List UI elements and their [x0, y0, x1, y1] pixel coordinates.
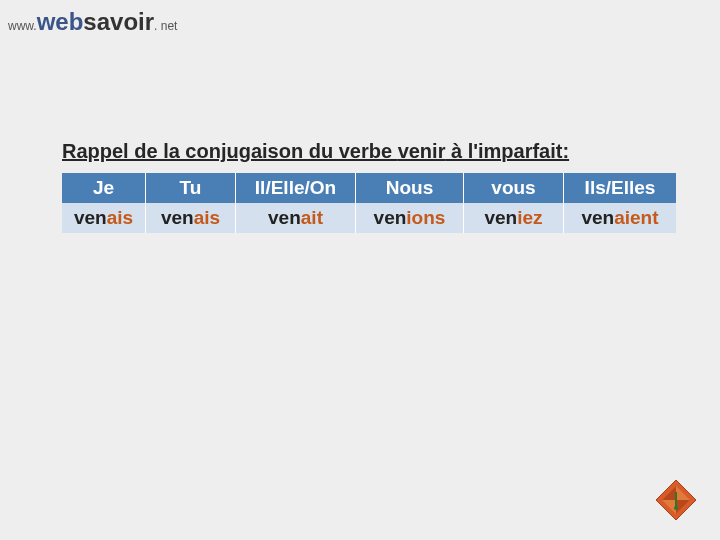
- stem: ven: [268, 207, 301, 229]
- site-savoir: savoir: [83, 8, 154, 35]
- table-col: vous veniez: [464, 173, 564, 233]
- title-prefix: Rappel de la conjugaison du verbe: [62, 140, 398, 162]
- site-net: . net: [154, 19, 177, 33]
- ending: ais: [107, 207, 133, 229]
- ending: ions: [406, 207, 445, 229]
- form-cell: venions: [356, 203, 464, 233]
- stem: ven: [74, 207, 107, 229]
- table-col: Il/Elle/On venait: [236, 173, 356, 233]
- table-col: Ils/Elles venaient: [564, 173, 676, 233]
- pronoun-cell: Tu: [146, 173, 236, 203]
- stem: ven: [374, 207, 407, 229]
- table-col: Nous venions: [356, 173, 464, 233]
- ending: aient: [614, 207, 658, 229]
- site-www: www.: [8, 19, 37, 33]
- page-title: Rappel de la conjugaison du verbe venir …: [62, 140, 569, 163]
- form-cell: venait: [236, 203, 356, 233]
- ending: ait: [301, 207, 323, 229]
- title-verb: venir: [398, 140, 446, 162]
- diamond-icon: [654, 478, 698, 522]
- conjugation-table: Je venais Tu venais Il/Elle/On venait No…: [62, 173, 676, 233]
- pronoun-cell: Nous: [356, 173, 464, 203]
- table-col: Tu venais: [146, 173, 236, 233]
- pronoun-cell: Ils/Elles: [564, 173, 676, 203]
- ending: iez: [517, 207, 542, 229]
- ending: ais: [194, 207, 220, 229]
- pronoun-cell: vous: [464, 173, 564, 203]
- pronoun-cell: Je: [62, 173, 146, 203]
- svg-point-5: [674, 506, 678, 510]
- site-header: www.websavoir. net: [8, 8, 177, 36]
- form-cell: venaient: [564, 203, 676, 233]
- stem: ven: [484, 207, 517, 229]
- title-suffix: à l'imparfait:: [445, 140, 569, 162]
- form-cell: veniez: [464, 203, 564, 233]
- form-cell: venais: [62, 203, 146, 233]
- pronoun-cell: Il/Elle/On: [236, 173, 356, 203]
- form-cell: venais: [146, 203, 236, 233]
- stem: ven: [581, 207, 614, 229]
- site-web: web: [37, 8, 84, 35]
- stem: ven: [161, 207, 194, 229]
- table-col: Je venais: [62, 173, 146, 233]
